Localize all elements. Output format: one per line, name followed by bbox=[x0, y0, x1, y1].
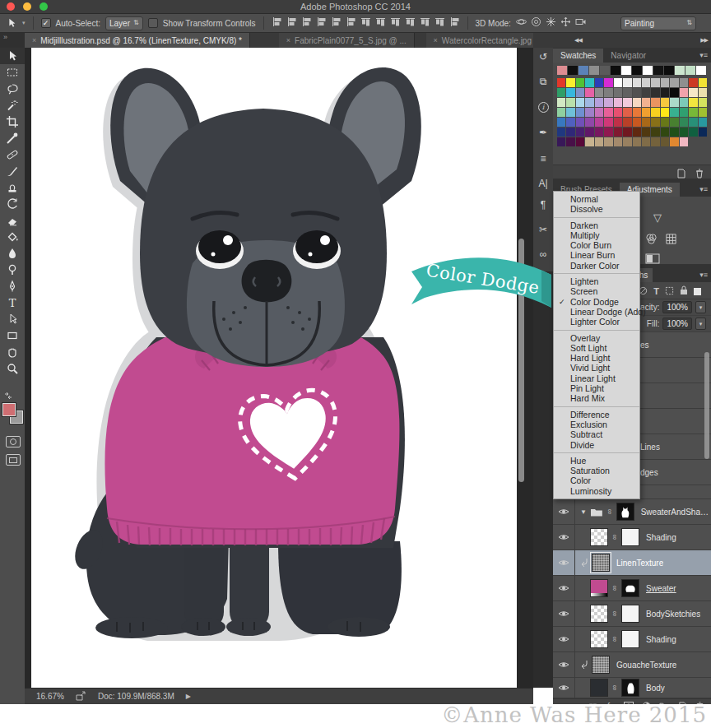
layer-mask-thumbnail[interactable] bbox=[621, 630, 639, 648]
blend-mode-pin-light[interactable]: Pin Light bbox=[554, 383, 639, 393]
swatch[interactable] bbox=[633, 98, 641, 107]
swatch[interactable] bbox=[633, 137, 641, 146]
tab-navigator[interactable]: Navigator bbox=[603, 49, 653, 63]
swatch[interactable] bbox=[661, 137, 669, 146]
swatch[interactable] bbox=[557, 108, 565, 117]
link-mask-icon[interactable]: ∞ bbox=[611, 636, 619, 642]
3d-drag-icon[interactable] bbox=[546, 16, 556, 30]
eye-icon[interactable] bbox=[558, 635, 569, 643]
recent-swatch[interactable] bbox=[696, 66, 706, 75]
screen-mode-icon[interactable] bbox=[6, 454, 21, 466]
align-icon-0[interactable] bbox=[272, 16, 282, 30]
eye-icon[interactable] bbox=[558, 584, 569, 592]
visibility-toggle[interactable] bbox=[553, 601, 575, 626]
swatch[interactable] bbox=[661, 108, 669, 117]
new-swatch-icon[interactable] bbox=[676, 167, 686, 182]
recent-swatch[interactable] bbox=[653, 66, 663, 75]
tab-swatches[interactable]: Swatches bbox=[553, 49, 603, 63]
swatch[interactable] bbox=[604, 98, 612, 107]
history-panel-icon[interactable]: ↺ bbox=[533, 51, 553, 63]
align-icon-9[interactable] bbox=[405, 16, 416, 30]
swatch[interactable] bbox=[651, 98, 659, 107]
swatch[interactable] bbox=[566, 118, 574, 127]
swatch[interactable] bbox=[680, 78, 688, 87]
swatch[interactable] bbox=[614, 128, 622, 137]
swatch[interactable] bbox=[651, 128, 659, 137]
recent-swatch[interactable] bbox=[643, 66, 653, 75]
swatch[interactable] bbox=[642, 98, 650, 107]
swatch[interactable] bbox=[699, 88, 707, 97]
blend-mode-hard-mix[interactable]: Hard Mix bbox=[554, 393, 639, 403]
swatch[interactable] bbox=[585, 118, 593, 127]
close-tab-icon[interactable]: × bbox=[32, 36, 36, 44]
document-tab-0[interactable]: ×Midjilllustration.psd @ 16.7% (LinenTex… bbox=[25, 33, 250, 48]
swatch[interactable] bbox=[566, 128, 574, 137]
swatch[interactable] bbox=[689, 108, 697, 117]
move-tool[interactable] bbox=[0, 48, 25, 64]
info-panel-icon[interactable]: i bbox=[533, 100, 553, 113]
close-tab-icon[interactable]: × bbox=[434, 36, 438, 44]
swatch[interactable] bbox=[623, 128, 631, 137]
gradient-map-adjustment-icon[interactable] bbox=[645, 253, 660, 267]
layer-mask-thumbnail[interactable] bbox=[621, 679, 639, 697]
swatch[interactable] bbox=[680, 108, 688, 117]
tool-preset-arrow-icon[interactable]: ▾ bbox=[22, 20, 26, 26]
blend-mode-luminosity[interactable]: Luminosity bbox=[554, 486, 639, 496]
blend-mode-soft-light[interactable]: Soft Light bbox=[554, 343, 639, 353]
blend-mode-linear-burn[interactable]: Linear Burn bbox=[554, 250, 639, 260]
swatch[interactable] bbox=[642, 137, 650, 146]
swatch[interactable] bbox=[595, 137, 603, 146]
recent-swatch[interactable] bbox=[589, 66, 599, 75]
swatch[interactable] bbox=[614, 118, 622, 127]
3d-slide-icon[interactable] bbox=[560, 16, 571, 30]
layer-mask-thumbnail[interactable] bbox=[621, 605, 639, 623]
swatch[interactable] bbox=[623, 88, 631, 97]
swatch[interactable] bbox=[585, 137, 593, 146]
swatch[interactable] bbox=[699, 98, 707, 107]
swatch[interactable] bbox=[604, 118, 612, 127]
swatch[interactable] bbox=[557, 128, 565, 137]
layer-thumbnail[interactable] bbox=[590, 605, 608, 623]
swatch[interactable] bbox=[566, 88, 574, 97]
recent-swatch[interactable] bbox=[685, 66, 695, 75]
visibility-toggle[interactable] bbox=[553, 576, 575, 600]
foreground-color-swatch[interactable] bbox=[2, 403, 16, 416]
share-icon[interactable] bbox=[76, 691, 86, 702]
swatch[interactable] bbox=[689, 118, 697, 127]
clone-source-panel-icon[interactable]: ⧉ bbox=[533, 76, 553, 87]
swatch[interactable] bbox=[699, 78, 707, 87]
layer-row-gouachetexture[interactable]: GouacheTexture bbox=[553, 652, 711, 678]
swatch[interactable] bbox=[585, 108, 593, 117]
character-panel-icon[interactable]: A| bbox=[533, 178, 553, 189]
recent-swatch[interactable] bbox=[632, 66, 642, 75]
eye-icon[interactable] bbox=[558, 661, 569, 669]
filter-toggle[interactable] bbox=[694, 288, 701, 295]
fill-value[interactable]: 100% bbox=[662, 318, 692, 330]
visibility-toggle[interactable] bbox=[553, 550, 575, 575]
blend-mode-color-dodge[interactable]: ✓Color Dodge bbox=[554, 297, 639, 307]
zoom-level[interactable]: 16.67% bbox=[36, 692, 64, 701]
swatch[interactable] bbox=[566, 78, 574, 87]
swatch[interactable] bbox=[604, 78, 612, 87]
layer-thumbnail[interactable] bbox=[592, 656, 610, 674]
swatch[interactable] bbox=[689, 88, 697, 97]
blend-mode-lighten[interactable]: Lighten bbox=[554, 276, 639, 286]
swatch[interactable] bbox=[576, 137, 584, 146]
swatch[interactable] bbox=[557, 88, 565, 97]
swatch[interactable] bbox=[651, 108, 659, 117]
swatch[interactable] bbox=[557, 118, 565, 127]
swatch[interactable] bbox=[576, 108, 584, 117]
swatch[interactable] bbox=[633, 128, 641, 137]
blend-mode-subtract[interactable]: Subtract bbox=[554, 429, 639, 439]
close-tab-icon[interactable]: × bbox=[286, 36, 290, 44]
color-balance-adjustment-icon[interactable] bbox=[645, 233, 658, 248]
3d-roll-icon[interactable] bbox=[531, 16, 541, 30]
swatch[interactable] bbox=[661, 78, 669, 87]
path-select-tool[interactable] bbox=[0, 311, 25, 327]
swatch[interactable] bbox=[623, 118, 631, 127]
layer-row-shading[interactable]: ∞Shading bbox=[553, 627, 711, 652]
swatch[interactable] bbox=[651, 78, 659, 87]
swatch[interactable] bbox=[633, 78, 641, 87]
swatch[interactable] bbox=[614, 98, 622, 107]
swatch[interactable] bbox=[566, 137, 574, 146]
